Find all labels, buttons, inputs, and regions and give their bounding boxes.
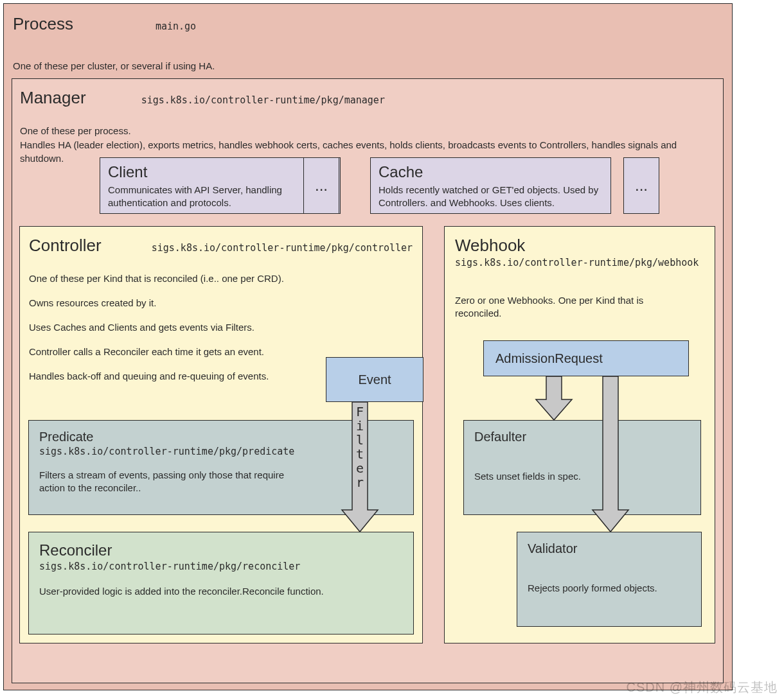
process-title: Process xyxy=(13,14,73,34)
client-desc: Communicates with API Server, handling a… xyxy=(108,184,332,210)
validator-box: Validator Rejects poorly formed objects. xyxy=(517,532,702,627)
process-header: Process main.go xyxy=(13,14,723,34)
filter-label: Filter xyxy=(354,405,366,489)
admission-box: AdmissionRequest xyxy=(483,340,689,376)
event-title: Event xyxy=(358,372,391,387)
arrow-admission-validator xyxy=(591,376,630,533)
controller-p1: One of these per Kind that is reconciled… xyxy=(29,271,413,286)
admission-title: AdmissionRequest xyxy=(495,351,603,366)
dots-2: ... xyxy=(635,177,648,195)
defaulter-desc: Sets unset fields in spec. xyxy=(474,470,690,483)
reconciler-title: Reconciler xyxy=(39,541,403,559)
controller-subtitle: sigs.k8s.io/controller-runtime/pkg/contr… xyxy=(152,242,413,254)
manager-subtitle: sigs.k8s.io/controller-runtime/pkg/manag… xyxy=(141,94,385,106)
dots-box-2: ... xyxy=(623,157,659,214)
manager-desc1: One of these per process. xyxy=(20,125,715,137)
reconciler-subtitle: sigs.k8s.io/controller-runtime/pkg/recon… xyxy=(39,561,403,572)
process-desc: One of these per cluster, or several if … xyxy=(13,60,723,73)
controller-p2: Owns resources created by it. xyxy=(29,295,413,311)
dots-box-1: ... xyxy=(303,157,339,214)
manager-header: Manager sigs.k8s.io/controller-runtime/p… xyxy=(20,88,715,108)
defaulter-title: Defaulter xyxy=(474,430,690,444)
webhook-subtitle: sigs.k8s.io/controller-runtime/pkg/webho… xyxy=(455,257,704,268)
defaulter-box: Defaulter Sets unset fields in spec. xyxy=(463,420,701,515)
controller-header: Controller sigs.k8s.io/controller-runtim… xyxy=(29,236,413,256)
cache-title: Cache xyxy=(379,163,603,181)
validator-desc: Rejects poorly formed objects. xyxy=(528,582,691,595)
dots-1: ... xyxy=(315,177,328,195)
webhook-desc: Zero or one Webhooks. One per Kind that … xyxy=(455,294,686,320)
client-title: Client xyxy=(108,163,332,181)
reconciler-desc: User-provided logic is added into the re… xyxy=(39,585,403,598)
webhook-title: Webhook xyxy=(455,236,704,256)
manager-title: Manager xyxy=(20,88,86,108)
arrow-admission-defaulter xyxy=(535,376,573,421)
validator-title: Validator xyxy=(528,541,691,556)
event-box: Event xyxy=(326,357,423,402)
controller-title: Controller xyxy=(29,236,102,256)
cache-box: Cache Holds recently watched or GET'ed o… xyxy=(370,157,611,214)
controller-p3: Uses Caches and Clients and gets events … xyxy=(29,320,413,335)
reconciler-box: Reconciler sigs.k8s.io/controller-runtim… xyxy=(28,532,414,634)
cache-desc: Holds recently watched or GET'ed objects… xyxy=(379,184,603,210)
process-subtitle: main.go xyxy=(156,21,196,32)
